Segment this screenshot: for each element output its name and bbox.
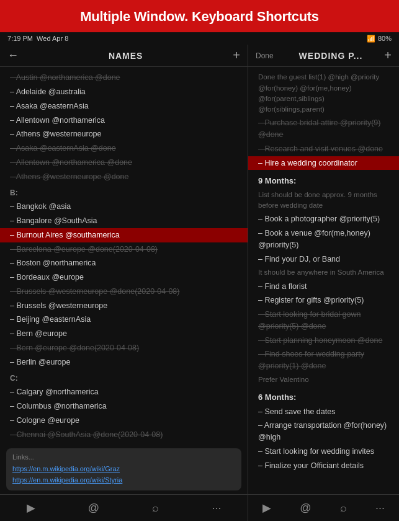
list-item: Done the guest list(1) @high @priority @… (248, 71, 399, 116)
right-pane-title: WEDDING P... (299, 51, 363, 61)
list-item: 9 Months: (248, 174, 399, 188)
right-toolbar: ▶@⌕··· (248, 494, 399, 521)
list-item[interactable]: – Allentown @northamerica @done (0, 156, 248, 170)
list-item[interactable]: – Boston @northamerica (0, 256, 248, 270)
list-item[interactable]: – Start planning honeymoon @done (248, 334, 399, 348)
list-item[interactable]: – Beijing @easternAsia (0, 313, 248, 327)
left-add-button[interactable]: + (233, 48, 240, 63)
done-label[interactable]: Done (256, 51, 274, 60)
list-item[interactable]: – Cologne @europe (0, 414, 248, 428)
list-item[interactable]: – Arrange transportation @for(honey) @hi… (248, 419, 399, 445)
list-item[interactable]: – Austin @northamerica @done (0, 71, 248, 85)
list-item[interactable]: – Bangalore @SouthAsia (0, 214, 248, 228)
app-header: Multiple Window. Keyboard Shortcuts (0, 0, 399, 32)
list-item: 6 Months: (248, 390, 399, 405)
toolbar-icon[interactable]: ··· (207, 500, 226, 516)
list-item[interactable]: – Find shoes for wedding party @priority… (248, 347, 399, 373)
list-item[interactable]: – Asaka @easternAsia (0, 99, 248, 113)
links-box: Links... https://en.m.wikipedia.org/wiki… (6, 448, 241, 490)
list-item[interactable]: – Barcelona @europe @done(2020-04-08) (0, 242, 248, 257)
toolbar-icon[interactable]: ▶ (258, 500, 276, 516)
list-item[interactable]: – Chennai @SouthAsia @done(2020-04-08) (0, 428, 248, 442)
list-item[interactable]: – Finalize your Officiant details (248, 459, 399, 473)
link-item[interactable]: https://en.m.wikipedia.org/wiki/Graz (12, 463, 235, 474)
list-item[interactable]: – Start looking for bridal gown @priorit… (248, 308, 399, 334)
list-item[interactable]: – Bern @europe @done(2020-04-08) (0, 341, 248, 355)
list-item[interactable]: – Athens @westerneurope @done (0, 170, 248, 184)
list-item: It should be anywhere in South America (248, 266, 399, 279)
list-item[interactable]: – Bangkok @asia (0, 200, 248, 214)
list-item[interactable]: – Research and visit venues @done (248, 142, 399, 156)
list-item[interactable]: – Send save the dates (248, 405, 399, 419)
toolbar-icon[interactable]: ··· (370, 500, 390, 516)
right-add-button[interactable]: + (384, 48, 392, 63)
list-item: B: (0, 186, 248, 200)
list-item[interactable]: – Register for gifts @priority(5) (248, 293, 399, 308)
back-button[interactable]: ← (7, 49, 19, 62)
status-right: 📶 80% (367, 35, 392, 43)
list-item[interactable]: – Start looking for wedding invites (248, 445, 399, 459)
list-item[interactable]: – Find your DJ, or Band (248, 252, 399, 267)
left-pane: ← NAMES + – Austin @northamerica @done– … (0, 45, 248, 521)
list-item[interactable]: – Asaka @easternAsia @done (0, 141, 248, 156)
list-item[interactable]: – Brussels @westerneurope @done(2020-04-… (0, 285, 248, 299)
battery-indicator: 80% (378, 35, 392, 42)
split-container: ← NAMES + – Austin @northamerica @done– … (0, 45, 399, 521)
right-pane-content: Done the guest list(1) @high @priority @… (248, 67, 399, 494)
wifi-icon: 📶 (367, 35, 375, 43)
list-item: List should be done approx. 9 months bef… (248, 188, 399, 213)
status-bar: 7:19 PM Wed Apr 8 📶 80% (0, 32, 399, 45)
list-item: C: (0, 371, 248, 385)
list-item[interactable]: – Adelaide @australia (0, 85, 248, 99)
list-item[interactable]: – Purchase bridal attire @priority(9) @d… (248, 116, 399, 142)
list-item[interactable]: – Book a venue @for(me,honey) @priority(… (248, 226, 399, 252)
list-item[interactable]: – Find a florist (248, 280, 399, 294)
right-pane: Done WEDDING P... + Done the guest list(… (248, 45, 399, 521)
list-item[interactable]: – Canberra @southasia @done(2020-04-08) (0, 441, 248, 445)
toolbar-icon[interactable]: ⌕ (147, 500, 164, 516)
app-title: Multiple Window. Keyboard Shortcuts (80, 9, 319, 24)
list-item[interactable]: – Hire a wedding coordinator (248, 156, 399, 171)
list-item: Prefer Valentino (248, 373, 399, 386)
list-item[interactable]: – Burnout Aires @southamerica (0, 228, 248, 242)
list-item[interactable]: – Athens @westerneurope (0, 127, 248, 141)
status-time-date: 7:19 PM Wed Apr 8 (7, 35, 68, 42)
list-item[interactable]: – Allentown @northamerica (0, 113, 248, 128)
link-item[interactable]: https://en.m.wikipedia.org/wiki/Styria (12, 474, 235, 485)
list-item[interactable]: – Bordeaux @europe (0, 270, 248, 285)
right-pane-header: Done WEDDING P... + (248, 45, 399, 67)
list-item[interactable]: – Book a photographer @priority(5) (248, 212, 399, 226)
toolbar-icon[interactable]: ▶ (22, 500, 40, 516)
list-item[interactable]: – Columbus @northamerica (0, 399, 248, 414)
left-toolbar: ▶@⌕··· (0, 494, 248, 521)
toolbar-icon[interactable]: @ (295, 500, 316, 516)
left-pane-header: ← NAMES + (0, 45, 248, 67)
links-label: Links... (12, 453, 235, 461)
list-item[interactable]: – Brussels @westerneurope (0, 299, 248, 313)
toolbar-icon[interactable]: @ (83, 500, 104, 516)
list-item[interactable]: – Bern @europe (0, 327, 248, 341)
toolbar-icon[interactable]: ⌕ (335, 500, 352, 516)
left-pane-content: – Austin @northamerica @done– Adelaide @… (0, 67, 248, 445)
list-item[interactable]: – Calgary @northamerica (0, 385, 248, 399)
list-item[interactable]: – Berlin @europe (0, 355, 248, 370)
left-pane-title: NAMES (109, 51, 143, 61)
